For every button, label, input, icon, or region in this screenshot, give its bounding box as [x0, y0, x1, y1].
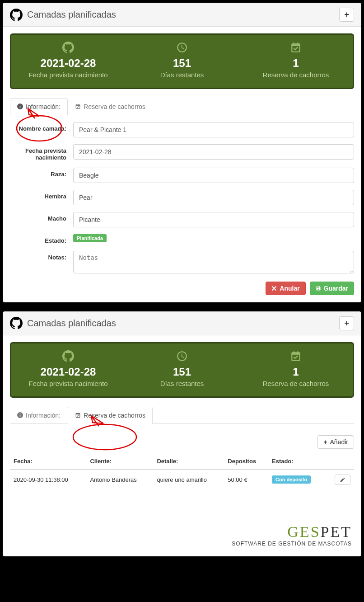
tab-reserv[interactable]: Reserva de cachorros	[68, 98, 153, 115]
calendar-check-icon	[75, 412, 81, 418]
github-icon	[10, 317, 23, 329]
clock-icon	[176, 350, 188, 362]
planned-litters-panel-reserv: Camadas planificadas + 2021-02-28 Fecha …	[3, 311, 361, 556]
tab-reserv[interactable]: Reserva de cachorros	[68, 407, 153, 424]
add-button[interactable]: +	[339, 316, 354, 330]
plus-icon: +	[344, 10, 349, 19]
panel-title: Camadas planificadas	[10, 317, 116, 329]
label-male: Macho	[10, 212, 73, 222]
summary-days: 151 Días restantes	[125, 343, 239, 396]
cancel-button[interactable]: Anular	[266, 282, 305, 295]
info-icon	[17, 103, 23, 109]
add-reservation-button[interactable]: + Añadir	[317, 435, 354, 449]
input-birth-date[interactable]	[73, 144, 354, 160]
summary-bar: 2021-02-28 Fecha prevista nacimiento 151…	[10, 33, 354, 89]
col-client: Cliente:	[86, 453, 153, 470]
panel-heading: Camadas planificadas +	[3, 312, 361, 335]
tabs: Información: Reserva de cachorros	[10, 98, 354, 115]
panel-heading: Camadas planificadas +	[3, 3, 361, 27]
summary-date: 2021-02-28 Fecha prevista nacimiento	[11, 343, 125, 396]
table-row: 2020-09-30 11:38:00 Antonio Banderas qui…	[10, 470, 354, 489]
tabs: Información: Reserva de cachorros	[10, 407, 354, 424]
panel-title: Camadas planificadas	[10, 9, 116, 21]
col-detail: Detalle:	[153, 453, 224, 470]
input-breed[interactable]	[73, 168, 354, 183]
save-button[interactable]: Guardar	[310, 282, 354, 295]
calendar-check-icon	[290, 350, 302, 362]
input-notes[interactable]	[73, 251, 354, 273]
github-icon	[62, 42, 74, 53]
input-female[interactable]	[73, 190, 354, 205]
deposit-badge: Con deposito	[272, 475, 311, 484]
label-breed: Raza:	[10, 168, 73, 178]
state-badge: Planificada	[73, 234, 107, 242]
summary-bar: 2021-02-28 Fecha prevista nacimiento 151…	[10, 342, 354, 398]
panel-body: 2021-02-28 Fecha prevista nacimiento 151…	[3, 27, 361, 302]
summary-date: 2021-02-28 Fecha prevista nacimiento	[11, 35, 125, 88]
input-male[interactable]	[73, 212, 354, 227]
pencil-icon	[340, 477, 345, 483]
brand-logo: GESPET	[12, 523, 352, 541]
tab-content-info: Nombre camada: Fecha prevista nacimiento…	[10, 115, 354, 295]
tab-info[interactable]: Información:	[10, 98, 68, 115]
clock-icon	[176, 42, 188, 53]
calendar-check-icon	[75, 103, 81, 109]
brand-footer: GESPET SOFTWARE DE GESTIÓN DE MASCOTAS	[3, 523, 361, 556]
panel-body: 2021-02-28 Fecha prevista nacimiento 151…	[3, 335, 361, 523]
summary-reserv: 1 Reserva de cachorros	[239, 343, 353, 396]
tab-info[interactable]: Información:	[10, 407, 68, 424]
footer-actions: Anular Guardar	[10, 282, 354, 295]
input-litter-name[interactable]	[73, 122, 354, 137]
planned-litters-panel-info: Camadas planificadas + 2021-02-28 Fecha …	[3, 3, 361, 302]
label-female: Hembra	[10, 190, 73, 200]
col-date: Fecha:	[10, 453, 86, 470]
summary-reserv: 1 Reserva de cachorros	[239, 35, 353, 88]
plus-icon: +	[323, 438, 327, 446]
tab-content-reserv: + Añadir Fecha: Cliente: Detalle: Deposi…	[10, 424, 354, 517]
label-name: Nombre camada:	[10, 122, 73, 132]
col-deposit: Depositos	[224, 453, 268, 470]
save-icon	[316, 286, 321, 291]
col-state: Estado:	[268, 453, 326, 470]
reservations-table: Fecha: Cliente: Detalle: Depositos Estad…	[10, 453, 354, 489]
label-state: Estado:	[10, 234, 73, 244]
edit-row-button[interactable]	[335, 475, 350, 485]
close-icon	[271, 286, 277, 291]
add-button[interactable]: +	[339, 8, 354, 22]
summary-days: 151 Días restantes	[125, 35, 239, 88]
info-icon	[17, 412, 23, 418]
label-date: Fecha prevista nacimiento	[10, 144, 73, 161]
github-icon	[10, 9, 23, 21]
plus-icon: +	[344, 319, 349, 328]
github-icon	[62, 350, 74, 362]
label-notes: Notas:	[10, 251, 73, 261]
calendar-check-icon	[290, 42, 302, 53]
